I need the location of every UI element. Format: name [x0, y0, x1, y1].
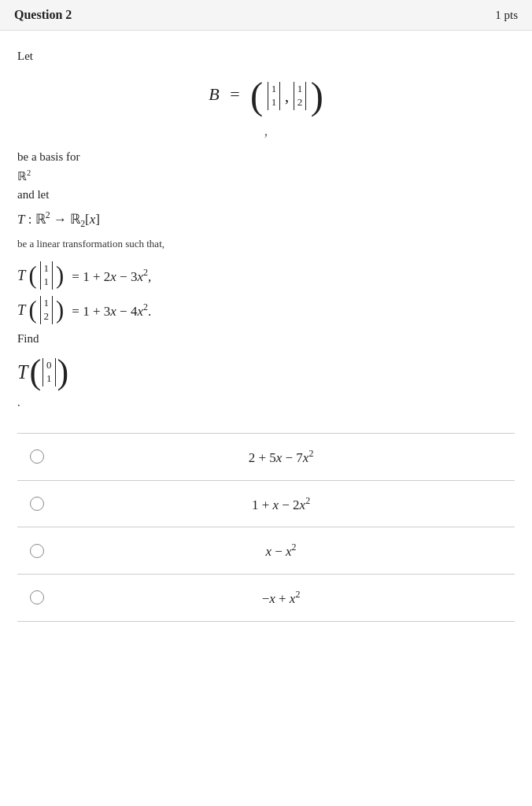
T1-line: T ( 1 1 ) = 1 + 2x − 3x2,: [17, 261, 515, 290]
question-header: Question 2 1 pts: [0, 0, 532, 31]
radio-option-4[interactable]: [30, 590, 44, 604]
find-label: Find: [17, 332, 515, 346]
option-row-1[interactable]: 2 + 5x − 7x2: [17, 434, 515, 481]
R2-label: ℝ2: [17, 168, 515, 183]
option-row-4[interactable]: −x + x2: [17, 575, 515, 622]
option-row-2[interactable]: 1 + x − 2x2: [17, 481, 515, 528]
let-label: Let: [17, 50, 515, 63]
linear-text: be a linear transformation such that,: [17, 238, 515, 250]
question-title: Question 2: [14, 8, 72, 22]
radio-option-2[interactable]: [30, 497, 44, 511]
option-formula-2: 1 + x − 2x2: [60, 495, 502, 513]
B-vector-1: 1 1: [268, 82, 281, 110]
find-vector: 0 1: [42, 358, 56, 386]
answer-options: 2 + 5x − 7x2 1 + x − 2x2 x − x2 −x + x2: [17, 433, 515, 622]
T-definition: T : ℝ2 → ℝ2[x]: [17, 209, 515, 230]
question-points: 1 pts: [495, 9, 518, 22]
option-formula-4: −x + x2: [60, 589, 502, 607]
T1-vector: 1 1: [40, 261, 54, 290]
B-formula: B = ( 1 1 , 1 2 ): [17, 77, 515, 115]
radio-option-1[interactable]: [30, 449, 44, 464]
option-formula-3: x − x2: [60, 542, 502, 560]
find-formula: T ( 0 1 ): [17, 355, 515, 390]
and-let-label: and let: [17, 188, 515, 202]
B-vector-2: 1 2: [294, 82, 307, 110]
question-content: Let B = ( 1 1 , 1 2 ) , be a basis for ℝ…: [0, 31, 532, 634]
T2-line: T ( 1 2 ) = 1 + 3x − 4x2.: [17, 296, 515, 324]
option-row-3[interactable]: x − x2: [17, 527, 515, 575]
T2-vector: 1 2: [40, 296, 54, 324]
basis-text: be a basis for: [17, 150, 515, 164]
option-formula-1: 2 + 5x − 7x2: [60, 448, 502, 466]
formula-dot: ,: [17, 123, 515, 139]
radio-option-3[interactable]: [30, 544, 44, 558]
period-mark: .: [17, 396, 515, 409]
